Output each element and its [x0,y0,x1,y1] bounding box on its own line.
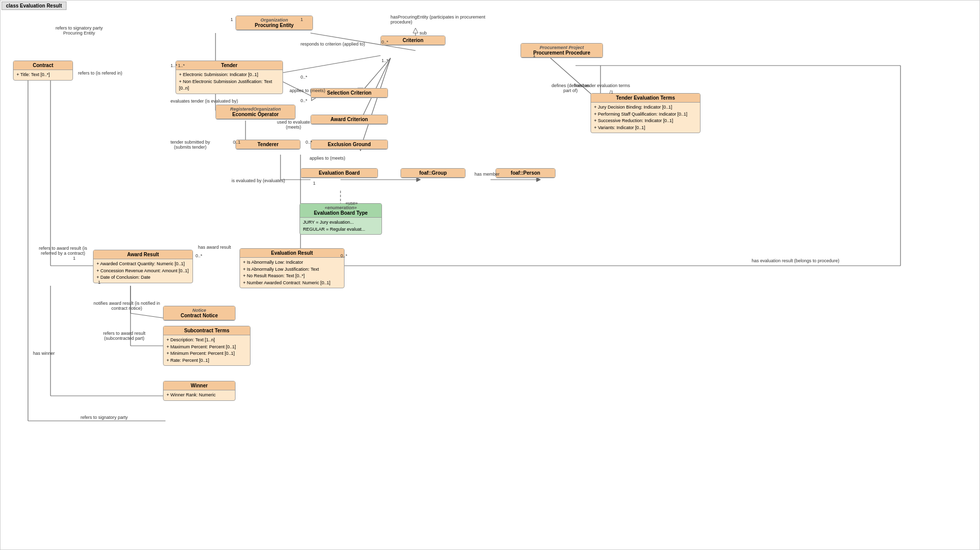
evaluation-board-type-vals: JURY = Jury evaluation... REGULAR = Regu… [300,218,382,234]
evaluation-board-type-title: «enumeration» Evaluation Board Type [300,204,382,218]
foaf-person-title: foaf::Person [496,169,555,178]
label-defines: defines (defined aspart of) [540,83,600,93]
mult-0star-award: 0..* [196,253,202,258]
evaluation-result-attrs: Is Abnormally Low: Indicator Is Abnormal… [240,258,344,288]
tender-box: Tender Electronic Submission: Indicator … [176,61,283,94]
label-refers-award: refers to award result (isreferred by a … [30,246,96,256]
award-result-title: Award Result [94,250,192,259]
mult-0star3: 0..* [300,98,308,103]
label-refers-signatory2: refers to signatory party [80,415,128,420]
canvas: class Evaluation Result [0,0,980,550]
evaluation-board-box: Evaluation Board [300,168,378,178]
svg-marker-15 [416,178,420,182]
mult-1star2: 1..* [382,58,388,63]
label-refers-signatory: refers to signatory partyProcuring Entit… [56,26,103,36]
contract-attrs: Title: Text [0..*] [14,70,72,80]
tenderer-title: Tenderer [236,140,300,149]
mult-1: 1 [230,17,233,22]
label-has-procuring: hasProcuringEntity (participates in proc… [390,15,500,25]
mult-1star-procure: 1..* [170,63,178,68]
award-criterion-title: Award Criterion [311,115,388,124]
tender-eval-terms-attrs: Jury Decision Binding: Indicator [0..1] … [591,103,700,133]
mult-1-contract: 1 [73,256,76,261]
contract-title: Contract [14,61,72,70]
label-use: «use» [346,201,358,206]
exclusion-ground-box: Exclusion Ground [310,140,388,150]
award-result-box: Award Result Awarded Contract Quantity: … [93,250,193,283]
label-has-eval-result: has evaluation result (belongs to proced… [740,258,850,263]
mult-slash1: /1 [610,90,614,95]
label-sub: sub [420,31,427,36]
winner-box: Winner Winner Rank: Numeric [163,381,236,401]
foaf-group-title: foaf::Group [401,169,465,178]
label-is-evaluated: is evaluated by (evaluates) [232,178,285,183]
label-has-member: has member [474,172,500,177]
mult-0star-tenderer: 0..* [306,140,312,145]
tender-title: Tender [176,61,282,70]
subcontract-terms-attrs: Description: Text [1..n] Maximum Percent… [164,335,250,365]
tender-attrs: Electronic Submission: Indicator [0..1] … [176,70,282,94]
label-refers-subcontract: refers to award result(subcontracted par… [83,331,166,341]
mult-1star-tender: 1..* [178,63,185,68]
mult-0star-criterion: 0..* [382,40,388,45]
economic-operator-box: RegisteredOrganization Economic Operator [216,105,296,120]
contract-notice-title: Notice Contract Notice [164,306,235,320]
label-used-evaluate: used to evaluate(meets) [277,120,310,130]
winner-attrs: Winner Rank: Numeric [164,390,235,400]
label-tender-ref: refers to (is refered in) [78,71,122,76]
label-has-award-result: has award result [198,245,231,250]
mult-0star-eval2: 0..* [340,253,348,258]
evaluation-result-title: Evaluation Result [240,249,344,258]
label-has-winner: has winner [33,351,55,356]
mult-1star: 1 [300,17,303,22]
svg-marker-3 [413,28,418,33]
svg-line-8 [360,58,390,148]
subcontract-terms-box: Subcontract Terms Description: Text [1..… [163,326,250,366]
foaf-person-box: foaf::Person [496,168,556,178]
label-tender-submitted: tender submitted by(submits tender) [170,140,210,150]
label-applies-meets2: applies to (meets) [310,156,346,161]
label-evaluates-tender: evaluates tender (is evaluated by) [170,99,238,104]
svg-marker-17 [536,178,540,182]
window-title: class Evaluation Result [2,2,66,10]
award-result-attrs: Awarded Contract Quantity: Numeric [0..1… [94,259,192,283]
tender-eval-terms-title: Tender Evaluation Terms [591,94,700,103]
contract-notice-box: Notice Contract Notice [163,306,236,321]
economic-operator-title: RegisteredOrganization Economic Operator [216,105,295,119]
winner-title: Winner [164,381,235,390]
mult-0star2: 0..* [300,75,308,80]
svg-line-12 [280,56,380,73]
mult-0-1: 0..1 [233,140,240,145]
mult-1-eval: 1 [313,181,316,186]
evaluation-result-box: Evaluation Result Is Abnormally Low: Ind… [240,248,344,288]
tenderer-box: Tenderer [236,140,300,150]
tender-eval-terms-box: Tender Evaluation Terms Jury Decision Bi… [590,93,700,133]
mult-1-1: 1 [98,280,100,285]
label-notifies-award: notifies award result (is notified incon… [83,301,170,311]
evaluation-board-title: Evaluation Board [301,169,378,178]
contract-box: Contract Title: Text [0..*] [13,61,73,81]
foaf-group-box: foaf::Group [400,168,466,178]
svg-line-27 [130,313,166,318]
label-applies-meets: applies to (meets) [290,88,326,93]
subcontract-terms-title: Subcontract Terms [164,326,250,335]
criterion-title: Criterion [381,36,445,45]
evaluation-board-type-box: «enumeration» Evaluation Board Type JURY… [300,203,382,235]
award-criterion-box: Award Criterion [310,115,388,125]
label-responds-criterion: responds to criterion (applied to) [300,42,365,47]
exclusion-ground-title: Exclusion Ground [311,140,388,149]
mult-1-procure: 1 [533,53,536,58]
criterion-box: Criterion [380,36,446,46]
